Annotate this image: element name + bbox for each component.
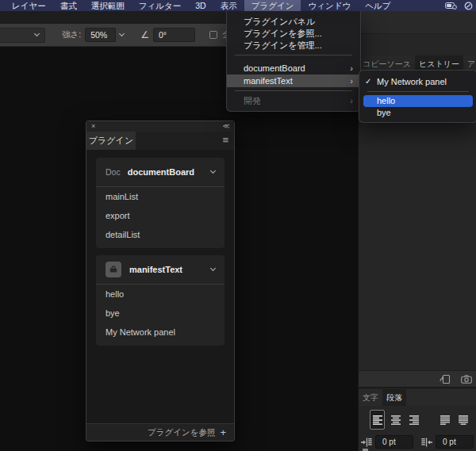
plugin-card-title: manifestText <box>129 265 182 274</box>
submenu-item-hello[interactable]: hello <box>363 95 473 107</box>
menu-item-label: manifestText <box>244 76 293 86</box>
align-left-icon <box>373 415 382 425</box>
manifest-text-submenu: ✓ My Network panel hello bye <box>359 70 476 123</box>
plugin-command-hello[interactable]: hello <box>96 285 225 304</box>
panel-menu-icon[interactable]: ≡ <box>222 134 228 146</box>
panel-divider <box>359 387 476 388</box>
plugins-dropdown-menu: プラグインパネル プラグインを参照... プラグインを管理... documen… <box>226 11 361 112</box>
plugin-card-manifest-text: manifestText hello bye My Network panel <box>96 255 225 346</box>
indent-left-icon <box>361 438 372 447</box>
indent-left-input[interactable]: 0 pt <box>375 435 413 449</box>
menu-view[interactable]: 表示 <box>213 0 244 11</box>
menu-item-plugins-panel[interactable]: プラグインパネル <box>227 16 360 28</box>
plugin-badge-icon <box>106 262 121 277</box>
menu-item-label: documentBoard <box>244 63 305 73</box>
menu-plugins[interactable]: プラグイン <box>244 0 301 11</box>
doc-plugin-icon: Doc <box>106 167 121 177</box>
indent-right-input[interactable]: 0 pt <box>436 435 474 449</box>
new-document-from-state-icon[interactable] <box>440 374 451 384</box>
plugin-command-bye[interactable]: bye <box>96 304 225 323</box>
justify-last-center-button[interactable] <box>455 410 470 430</box>
menu-select[interactable]: 選択範囲 <box>84 0 132 11</box>
plus-icon[interactable]: + <box>220 427 226 438</box>
all-layers-checkbox[interactable] <box>209 31 217 39</box>
chevron-down-icon <box>34 31 40 36</box>
indent-row: 0 pt 0 pt <box>361 435 474 449</box>
menu-item-manifest-text[interactable]: manifestText › <box>227 75 360 87</box>
indent-right-icon <box>421 438 432 447</box>
plugin-panel-tabbar: プラグイン ≡ <box>86 132 234 150</box>
menu-item-document-board[interactable]: documentBoard › <box>227 62 360 75</box>
menu-item-develop[interactable]: 開発 › <box>227 94 360 107</box>
justify-last-left-icon <box>440 415 450 425</box>
menu-filter[interactable]: フィルター <box>132 0 188 11</box>
chevron-down-icon <box>210 168 216 174</box>
plugin-command-mainlist[interactable]: mainList <box>96 187 225 206</box>
align-right-button[interactable] <box>406 410 421 430</box>
tab-character[interactable]: 文字 <box>359 389 382 406</box>
history-panel-toolbar <box>359 370 476 387</box>
menu-item-browse-plugins[interactable]: プラグインを参照... <box>227 28 360 40</box>
chevron-down-icon <box>119 31 125 36</box>
menu-item-label: 開発 <box>244 96 261 105</box>
menu-separator <box>235 90 352 91</box>
upper-panel-remnant <box>359 11 476 34</box>
strength-label: 強さ: <box>62 29 81 40</box>
tab-plugins[interactable]: プラグイン <box>86 132 136 150</box>
align-center-icon <box>391 415 401 425</box>
menu-help[interactable]: ヘルプ <box>358 0 397 11</box>
menu-separator <box>367 91 469 92</box>
submenu-item-my-network-panel[interactable]: ✓ My Network panel <box>359 75 476 88</box>
submenu-arrow-icon: › <box>350 94 353 107</box>
tool-preset-dropdown[interactable] <box>0 28 45 43</box>
menu-window[interactable]: ウィンドウ <box>301 0 358 11</box>
type-panel-tabs: 文字 段落 <box>359 389 476 406</box>
new-snapshot-camera-icon[interactable] <box>461 375 472 384</box>
close-icon[interactable]: × <box>91 123 95 130</box>
submenu-arrow-icon: › <box>350 62 353 75</box>
align-left-button[interactable] <box>370 410 385 430</box>
strength-input[interactable]: 50% <box>85 28 116 42</box>
menu-3d[interactable]: 3D <box>188 0 213 11</box>
paragraph-align-row <box>370 410 476 430</box>
status-circle-icon[interactable] <box>464 2 473 10</box>
plugin-card-document-board: Doc documentBoard mainList export detail… <box>96 158 225 248</box>
plugin-panel-footer: プラグインを参照 + <box>86 423 234 441</box>
photoshop-window: レイヤー 書式 選択範囲 フィルター 3D 表示 プラグイン ウィンドウ ヘルプ <box>0 0 476 451</box>
menu-layer[interactable]: レイヤー <box>5 0 53 11</box>
checkmark-icon: ✓ <box>365 75 371 88</box>
strength-dropdown-button[interactable] <box>116 28 128 42</box>
menu-type[interactable]: 書式 <box>53 0 84 11</box>
plugin-card-header[interactable]: Doc documentBoard <box>96 158 225 186</box>
menu-item-manage-plugins[interactable]: プラグインを管理... <box>227 40 360 52</box>
menu-separator <box>235 55 352 55</box>
plugin-panel-titlebar: × ≪ <box>86 121 234 132</box>
align-right-icon <box>409 415 419 425</box>
plugin-card-title: documentBoard <box>128 167 194 177</box>
plugin-command-my-network-panel[interactable]: My Network panel <box>96 323 225 342</box>
menubar: レイヤー 書式 選択範囲 フィルター 3D 表示 プラグイン ウィンドウ ヘルプ <box>0 0 476 11</box>
collapse-chevrons-icon[interactable]: ≪ <box>223 123 229 130</box>
justify-last-center-icon <box>459 415 468 425</box>
plugin-panel: × ≪ プラグイン ≡ Doc documentBoard mainList e… <box>86 120 235 441</box>
plugin-panel-content: Doc documentBoard mainList export detail… <box>86 150 234 422</box>
submenu-item-bye[interactable]: bye <box>359 107 476 119</box>
plugin-command-export[interactable]: export <box>96 206 225 225</box>
menubar-status-area <box>445 2 476 10</box>
align-center-button[interactable] <box>388 410 403 430</box>
angle-input[interactable]: 0° <box>153 28 195 42</box>
angle-icon: ∠ <box>140 29 149 40</box>
battery-icon[interactable] <box>445 2 457 10</box>
chevron-down-icon <box>210 266 216 271</box>
tab-paragraph[interactable]: 段落 <box>382 389 406 406</box>
plugin-card-header[interactable]: manifestText <box>96 255 225 284</box>
justify-last-left-button[interactable] <box>437 410 452 430</box>
submenu-arrow-icon: › <box>350 75 353 87</box>
plugin-command-detaillist[interactable]: detailList <box>96 225 225 244</box>
browse-plugins-link[interactable]: プラグインを参照 <box>148 427 215 438</box>
paragraph-panel: 0 pt 0 pt <box>359 406 476 451</box>
submenu-item-label: My Network panel <box>377 77 447 86</box>
